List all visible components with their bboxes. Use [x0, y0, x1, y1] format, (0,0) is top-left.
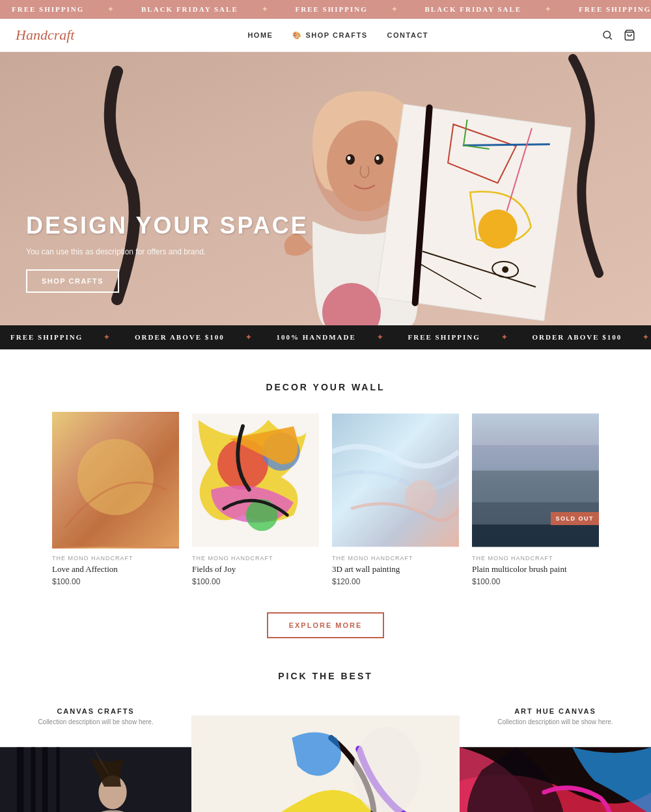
hero-section: DESIGN YOUR SPACE You can use this as de… — [0, 52, 651, 325]
nav-icon-group — [602, 29, 635, 41]
pick-section-title: PICK THE BEST — [0, 671, 651, 681]
product-brand-3: THE MONO HANDCRAFT — [332, 555, 459, 562]
search-icon[interactable] — [602, 29, 613, 41]
ticker-inner2: FREE SHIPPING✦ ORDER ABOVE $100✦ 100% HA… — [0, 333, 651, 342]
svg-rect-29 — [472, 445, 599, 470]
product-name-4: Plain multicolor brush paint — [472, 564, 599, 575]
top-ticker-bar: FREE SHIPPING✦ BLACK FRIDAY SALE✦ FREE S… — [0, 0, 651, 19]
bottom-ticker-bar: FREE SHIPPING✦ ORDER ABOVE $100✦ 100% HA… — [0, 325, 651, 349]
product-brand-1: THE MONO HANDCRAFT — [52, 555, 179, 562]
pick-desc-3: Collection description will be show here… — [473, 718, 638, 727]
svg-rect-10 — [376, 104, 571, 321]
product-name-2: Fields of Joy — [192, 564, 319, 575]
pick-grid: CANVAS CRAFTS Collection description wil… — [0, 701, 651, 812]
explore-more-wrapper: EXPLORE MORE — [52, 612, 599, 638]
svg-rect-34 — [0, 748, 191, 812]
svg-point-25 — [364, 452, 402, 490]
product-name-3: 3D art wall painting — [332, 564, 459, 575]
pick-image-center — [191, 701, 460, 812]
product-card-4[interactable]: SOLD OUT THE MONO HANDCRAFT Plain multic… — [472, 412, 599, 586]
hero-shop-button[interactable]: SHOP CRAFTS — [26, 269, 119, 293]
nav-shop[interactable]: 🎨 SHOP CRAFTS — [292, 31, 367, 40]
svg-rect-28 — [472, 414, 599, 446]
svg-rect-36 — [31, 748, 36, 812]
product-grid: THE MONO HANDCRAFT Love and Affection $1… — [52, 412, 599, 586]
product-price-2: $100.00 — [192, 577, 319, 586]
pick-header-1: CANVAS CRAFTS Collection description wil… — [0, 701, 191, 736]
decor-wall-section: DECOR YOUR WALL — [0, 382, 651, 638]
svg-rect-30 — [472, 470, 599, 502]
pick-header-3: ART HUE CANVAS Collection description wi… — [460, 701, 651, 736]
product-brand-2: THE MONO HANDCRAFT — [192, 555, 319, 562]
svg-point-23 — [246, 499, 278, 531]
product-card-1[interactable]: THE MONO HANDCRAFT Love and Affection $1… — [52, 412, 179, 586]
pick-desc-1: Collection description will be show here… — [13, 718, 178, 727]
product-image-2 — [192, 412, 319, 548]
nav-links: HOME 🎨 SHOP CRAFTS CONTACT — [247, 31, 428, 40]
hero-content: DESIGN YOUR SPACE You can use this as de… — [0, 212, 335, 325]
cart-icon[interactable] — [624, 29, 635, 41]
svg-point-42 — [353, 727, 421, 812]
logo[interactable]: Handcraft — [16, 27, 74, 44]
svg-rect-35 — [17, 748, 23, 812]
pick-title-1: CANVAS CRAFTS — [13, 707, 178, 715]
decor-section-title: DECOR YOUR WALL — [52, 382, 599, 392]
product-price-3: $120.00 — [332, 577, 459, 586]
product-brand-4: THE MONO HANDCRAFT — [472, 555, 599, 562]
nav-home[interactable]: HOME — [247, 31, 273, 39]
product-image-1 — [52, 412, 179, 548]
product-card-2[interactable]: THE MONO HANDCRAFT Fields of Joy $100.00 — [192, 412, 319, 586]
pick-card-center[interactable] — [191, 701, 460, 812]
product-image-4: SOLD OUT — [472, 412, 599, 548]
svg-point-0 — [603, 31, 611, 38]
pick-card-3[interactable]: ART HUE CANVAS Collection description wi… — [460, 701, 651, 812]
svg-point-9 — [376, 156, 380, 160]
svg-point-26 — [405, 480, 437, 512]
svg-line-1 — [609, 37, 611, 39]
sold-out-badge: SOLD OUT — [551, 512, 600, 525]
nav-contact[interactable]: CONTACT — [387, 31, 428, 39]
product-price-1: $100.00 — [52, 577, 179, 586]
main-nav: Handcraft HOME 🎨 SHOP CRAFTS CONTACT — [0, 19, 651, 52]
svg-rect-37 — [42, 748, 48, 812]
pick-card-1[interactable]: CANVAS CRAFTS Collection description wil… — [0, 701, 191, 812]
pick-section: PICK THE BEST CANVAS CRAFTS Collection d… — [0, 671, 651, 812]
product-name-1: Love and Affection — [52, 564, 179, 575]
pick-image-3 — [460, 736, 651, 812]
svg-rect-38 — [57, 748, 60, 812]
svg-point-8 — [348, 156, 351, 160]
hero-description: You can use this as description for offe… — [26, 247, 309, 256]
hero-title: DESIGN YOUR SPACE — [26, 212, 309, 239]
svg-point-6 — [346, 154, 355, 165]
product-card-3[interactable]: THE MONO HANDCRAFT 3D art wall painting … — [332, 412, 459, 586]
pick-image-1 — [0, 736, 191, 812]
svg-rect-32 — [472, 524, 599, 547]
svg-point-7 — [374, 154, 383, 165]
pick-title-3: ART HUE CANVAS — [473, 707, 638, 715]
product-price-4: $100.00 — [472, 577, 599, 586]
explore-more-button[interactable]: EXPLORE MORE — [267, 612, 385, 638]
ticker-inner: FREE SHIPPING✦ BLACK FRIDAY SALE✦ FREE S… — [0, 5, 651, 14]
product-image-3 — [332, 412, 459, 548]
